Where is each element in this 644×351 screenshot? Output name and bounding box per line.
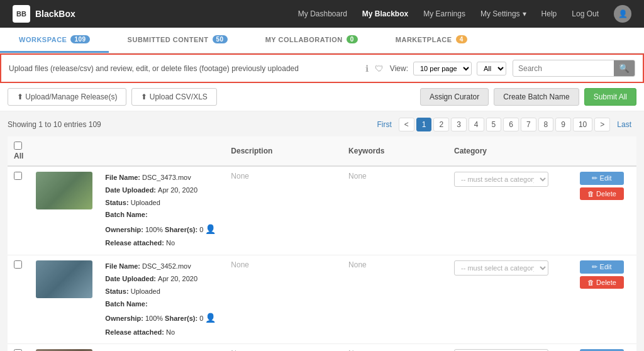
row-keywords-cell: None xyxy=(342,166,448,255)
edit-button[interactable]: ✏ Edit xyxy=(580,172,624,185)
row-info-cell: File Name: DSC_3452_1_1.mov Date Uploade… xyxy=(99,344,225,351)
secondary-nav: WORKSPACE 109 SUBMITTED CONTENT 50 MY CO… xyxy=(0,28,644,53)
thumbnail xyxy=(36,260,92,298)
select-all-checkbox[interactable] xyxy=(14,142,22,150)
submitted-badge: 50 xyxy=(213,35,228,43)
search-button[interactable]: 🔍 xyxy=(614,60,635,76)
row-checkbox-cell xyxy=(8,344,30,351)
nav-earnings[interactable]: My Earnings xyxy=(423,9,465,18)
pagination-page-5[interactable]: 5 xyxy=(486,118,502,131)
tab-workspace[interactable]: WORKSPACE 109 xyxy=(0,28,109,53)
header-thumb-col xyxy=(30,136,99,166)
row-thumb-cell xyxy=(30,255,99,344)
file-name-value: DSC_3473.mov xyxy=(142,174,191,181)
pagination-first[interactable]: First xyxy=(372,118,396,131)
batch-label: Batch Name: xyxy=(105,300,147,308)
nav-logout[interactable]: Log Out xyxy=(572,9,599,18)
pagination-last[interactable]: Last xyxy=(612,118,636,131)
row-category-cell: -- must select a category -- xyxy=(448,344,574,351)
status-value: Uploaded xyxy=(131,199,160,206)
tab-submitted-content[interactable]: SUBMITTED CONTENT 50 xyxy=(109,28,247,53)
file-name-value: DSC_3452.mov xyxy=(142,262,191,270)
row-category-cell: -- must select a category -- xyxy=(448,255,574,344)
tab-marketplace[interactable]: MARKETPLACE 4 xyxy=(377,28,486,53)
marketplace-badge: 4 xyxy=(456,35,467,43)
create-batch-button[interactable]: Create Batch Name xyxy=(494,88,579,106)
release-label: Release attached: xyxy=(105,239,166,247)
header-info-col xyxy=(99,136,225,166)
delete-button[interactable]: 🗑 Delete xyxy=(580,187,624,200)
nav-myblackbox[interactable]: My Blackbox xyxy=(362,9,408,18)
pagination: First < 1 2 3 4 5 6 7 8 9 10 > Last xyxy=(372,118,636,131)
row-description-cell: None xyxy=(225,166,342,255)
search-input[interactable] xyxy=(513,62,614,75)
pagination-page-3[interactable]: 3 xyxy=(451,118,467,131)
view-controls: View: 10 per page 25 per page 50 per pag… xyxy=(390,62,506,75)
pagination-page-8[interactable]: 8 xyxy=(538,118,554,131)
row-checkbox[interactable] xyxy=(14,260,22,269)
person-icon: 👤 xyxy=(205,313,216,323)
upload-csv-button[interactable]: ⬆ Upload CSV/XLS xyxy=(131,88,216,106)
date-value: Apr 20, 2020 xyxy=(158,186,197,194)
upload-manage-button[interactable]: ⬆ Upload/Manage Release(s) xyxy=(8,88,126,106)
tab-collaboration[interactable]: MY COLLABORATION 0 xyxy=(247,28,377,53)
per-page-select[interactable]: 10 per page 25 per page 50 per page xyxy=(413,62,472,75)
nav-settings[interactable]: My Settings ▾ xyxy=(480,9,526,18)
status-label: Status: xyxy=(105,287,130,295)
file-info: File Name: DSC_3473.mov Date Uploaded: A… xyxy=(105,172,218,250)
date-value: Apr 20, 2020 xyxy=(158,275,197,282)
file-name-label: File Name: xyxy=(105,174,142,181)
pagination-page-6[interactable]: 6 xyxy=(503,118,519,131)
assign-curator-button[interactable]: Assign Curator xyxy=(420,88,489,106)
pagination-page-4[interactable]: 4 xyxy=(469,118,484,131)
pagination-page-9[interactable]: 9 xyxy=(555,118,571,131)
pagination-page-10[interactable]: 10 xyxy=(573,118,592,131)
batch-label: Batch Name: xyxy=(105,211,147,218)
row-keywords-cell: None xyxy=(342,255,448,344)
status-label: Status: xyxy=(105,199,130,206)
row-description-cell: None xyxy=(225,255,342,344)
avatar[interactable]: 👤 xyxy=(614,5,631,23)
release-value: No xyxy=(166,328,175,336)
filter-select[interactable]: All xyxy=(477,62,506,75)
ownership-label: Ownership: xyxy=(105,315,145,322)
header-actions-col xyxy=(574,136,636,166)
row-action-cell: ✏ Edit 🗑 Delete xyxy=(574,255,636,344)
showing-text: Showing 1 to 10 entries 109 xyxy=(8,120,101,129)
info-icon[interactable]: ℹ xyxy=(365,64,369,74)
header-category: Category xyxy=(448,136,574,166)
row-info-cell: File Name: DSC_3473.mov Date Uploaded: A… xyxy=(99,166,225,255)
table-info-row: Showing 1 to 10 entries 109 First < 1 2 … xyxy=(8,118,636,131)
nav-dashboard[interactable]: My Dashboard xyxy=(298,9,347,18)
submit-all-button[interactable]: Submit All xyxy=(584,88,636,106)
keywords-value: None xyxy=(348,172,367,181)
description-value: None xyxy=(231,260,249,269)
collaboration-badge: 0 xyxy=(347,35,358,43)
ownership-value: 100% xyxy=(145,315,163,322)
view-label: View: xyxy=(390,64,408,73)
pagination-page-7[interactable]: 7 xyxy=(521,118,536,131)
ownership-label: Ownership: xyxy=(105,226,145,233)
chevron-down-icon: ▾ xyxy=(523,9,526,18)
table-row: File Name: DSC_3452.mov Date Uploaded: A… xyxy=(8,255,636,344)
row-checkbox-cell xyxy=(8,255,30,344)
shield-icon[interactable]: 🛡 xyxy=(375,64,384,74)
row-info-cell: File Name: DSC_3452.mov Date Uploaded: A… xyxy=(99,255,225,344)
pagination-next[interactable]: > xyxy=(594,118,610,131)
row-action-cell: ✏ Edit 🗑 Delete xyxy=(574,166,636,255)
category-select[interactable]: -- must select a category -- xyxy=(454,260,548,276)
edit-button[interactable]: ✏ Edit xyxy=(580,260,624,274)
sharer-label: Sharer(s): xyxy=(165,226,199,233)
date-label: Date Uploaded: xyxy=(105,275,158,282)
actions-row: ⬆ Upload/Manage Release(s) ⬆ Upload CSV/… xyxy=(0,83,644,111)
search-hint: Upload files (release/csv) and review, e… xyxy=(9,64,359,73)
date-label: Date Uploaded: xyxy=(105,186,158,194)
pagination-page-2[interactable]: 2 xyxy=(433,118,449,131)
delete-button[interactable]: 🗑 Delete xyxy=(580,276,624,289)
nav-help[interactable]: Help xyxy=(541,9,557,18)
row-checkbox[interactable] xyxy=(14,172,22,180)
top-nav: BB BlackBox My Dashboard My Blackbox My … xyxy=(0,0,644,28)
category-select[interactable]: -- must select a category -- xyxy=(454,172,548,187)
pagination-prev[interactable]: < xyxy=(399,118,414,131)
pagination-page-1[interactable]: 1 xyxy=(416,118,432,131)
